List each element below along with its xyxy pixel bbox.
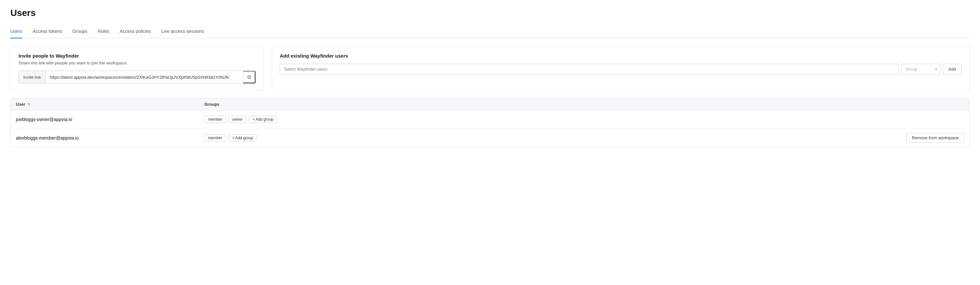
add-group-button[interactable]: + Add group [249,116,277,123]
column-groups: Groups [204,102,964,107]
add-existing-row: Group ▾ Add [280,64,961,75]
actions-cell: Remove from workspace [906,133,964,142]
user-email: joebloggs-owner@appvia.io [16,117,204,122]
invite-card: Invite people to Wayfinder Share this li… [10,46,264,90]
invite-card-description: Share this link with people you want to … [19,61,256,66]
tab-groups[interactable]: Groups [72,26,88,38]
invite-section: Invite people to Wayfinder Share this li… [10,46,970,90]
sort-icon-user[interactable]: ⇅ [27,102,30,106]
tab-navigation: Users Access tokens Groups Roles Access … [10,26,970,38]
tab-users[interactable]: Users [10,26,22,38]
invite-link-url: https://latest.appvia.dev/workspaces/inv… [46,71,243,83]
add-group-button[interactable]: + Add group [228,134,257,141]
group-select[interactable]: Group [901,64,940,75]
invite-link-label: Invite link [19,71,46,83]
invite-card-title: Invite people to Wayfinder [19,53,256,59]
group-select-wrapper: Group ▾ [901,64,940,75]
remove-from-workspace-button[interactable]: Remove from workspace [906,133,964,142]
user-select-input[interactable] [280,64,899,75]
copy-icon: ⧉ [247,74,251,80]
tab-access-tokens[interactable]: Access tokens [33,26,62,38]
tag-member: member [204,116,226,123]
add-existing-title: Add existing Wayfinder users [280,53,961,59]
copy-link-button[interactable]: ⧉ [243,71,255,83]
page-title: Users [10,8,970,18]
user-email: alexbloggs-member@appvia.io [16,135,204,141]
tab-access-policies[interactable]: Access policies [120,26,151,38]
tab-roles[interactable]: Roles [98,26,110,38]
add-user-button[interactable]: Add [943,64,961,75]
table-header: User ⇅ Groups [11,99,969,110]
invite-link-row: Invite link https://latest.appvia.dev/wo… [19,70,256,83]
add-existing-card: Add existing Wayfinder users Group ▾ Add [272,46,970,90]
table-row: joebloggs-owner@appvia.io member owner +… [11,110,969,128]
groups-cell: member + Add group [204,134,906,141]
groups-cell: member owner + Add group [204,116,964,123]
tag-member: member [204,134,226,141]
tag-owner: owner [228,116,246,123]
users-table: User ⇅ Groups joebloggs-owner@appvia.io … [10,98,970,147]
column-user: User ⇅ [16,102,204,107]
tab-live-access-sessions[interactable]: Live access sessions [161,26,204,38]
table-row: alexbloggs-member@appvia.io member + Add… [11,128,969,147]
